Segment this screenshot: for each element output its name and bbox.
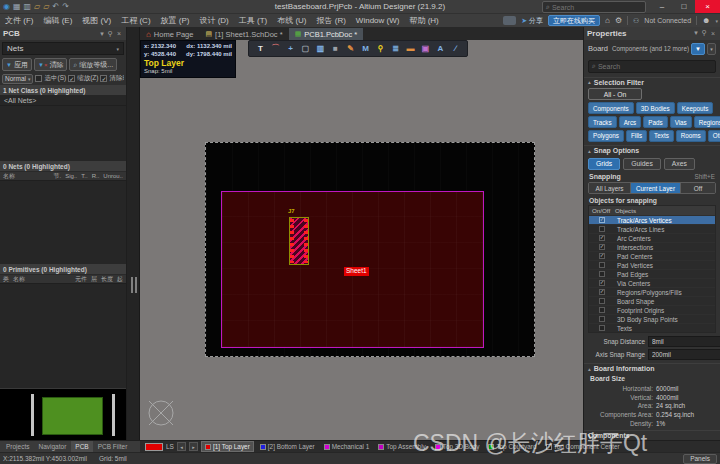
clear-existing-checkbox[interactable]: ✓	[100, 75, 107, 82]
nets-list[interactable]	[0, 180, 126, 264]
global-search-box[interactable]: ⌕	[542, 1, 646, 13]
minimize-button[interactable]: –	[651, 0, 673, 13]
open-project-icon[interactable]: ▱	[43, 3, 49, 11]
chevron-down-icon[interactable]: ▾	[715, 18, 718, 24]
redo-icon[interactable]: ↷	[62, 3, 69, 11]
layer-tab-top-layer[interactable]: [1] Top Layer	[201, 441, 254, 452]
chip-regions[interactable]: Regions	[694, 116, 720, 128]
chip-components[interactable]: Components	[588, 102, 634, 114]
share-button[interactable]: ➤ 分享	[521, 16, 543, 26]
checkbox[interactable]	[599, 226, 605, 232]
open-folder-icon[interactable]: ▱	[34, 3, 40, 11]
panel-splitter[interactable]	[127, 27, 140, 440]
pcb-canvas[interactable]: x: 2132.340dx: 1132.340 mil y: 4528.440d…	[140, 40, 583, 440]
arc-tool-icon[interactable]: ⌒	[268, 45, 283, 53]
menu-window[interactable]: Window (W)	[351, 16, 405, 25]
close-icon[interactable]: ×	[709, 30, 717, 37]
section-snap-options[interactable]: ▴ Snap Options	[584, 145, 720, 156]
component-tool-icon[interactable]: ▬	[403, 45, 418, 53]
global-search-input[interactable]	[552, 4, 642, 11]
layer-next-icon[interactable]: ▸	[189, 442, 198, 451]
not-connected-status[interactable]: Not Connected	[644, 17, 691, 24]
snap-row[interactable]: ✓Via Centers	[589, 278, 715, 287]
all-on-button[interactable]: All - On	[588, 88, 642, 100]
all-layers-segment[interactable]: All Layers	[589, 183, 631, 193]
tab-navigator[interactable]: Navigator	[34, 441, 70, 452]
checkbox[interactable]	[599, 316, 605, 322]
text-tool-icon[interactable]: T	[253, 45, 268, 53]
chip-fills[interactable]: Fills	[626, 130, 647, 142]
tab-pcb-filter[interactable]: PCB Filter	[94, 441, 132, 452]
chevron-down-icon[interactable]: ▾	[707, 43, 716, 55]
save-all-icon[interactable]: ▥	[24, 3, 32, 11]
layer-stack-icon[interactable]: ≣	[388, 45, 403, 53]
snap-row[interactable]: ✓Arc Centers	[589, 233, 715, 242]
menu-edit[interactable]: 编辑 (E)	[38, 15, 77, 26]
active-layer-swatch[interactable]	[145, 443, 163, 451]
board-region[interactable]: J7 Sheet1	[221, 191, 484, 348]
primitives-list[interactable]	[0, 283, 126, 388]
gear-icon[interactable]: ⚙	[615, 16, 622, 25]
properties-search-box[interactable]: ⌕	[588, 60, 716, 73]
board-outline[interactable]: J7 Sheet1	[205, 142, 535, 357]
axis-snap-range-input[interactable]	[652, 351, 720, 358]
chip-polygons[interactable]: Polygons	[588, 130, 624, 142]
checkbox[interactable]	[599, 325, 605, 331]
snap-distance-input[interactable]	[652, 338, 720, 345]
snap-row[interactable]: Pad Vertices	[589, 260, 715, 269]
via-stack-icon[interactable]: ▥	[313, 45, 328, 53]
primitives-column-headers[interactable]: 类 名称 元件 层 长度 起	[0, 274, 126, 283]
axis-snap-range-field[interactable]	[648, 349, 720, 360]
layer-set-label[interactable]: LS	[166, 443, 174, 450]
checkbox[interactable]: ✓	[599, 244, 605, 250]
menu-help[interactable]: 帮助 (H)	[404, 15, 443, 26]
chip-texts[interactable]: Texts	[649, 130, 674, 142]
chip-rooms[interactable]: Rooms	[676, 130, 706, 142]
snap-row[interactable]: Board Shape	[589, 296, 715, 305]
room-tool-icon[interactable]: ▣	[418, 45, 433, 53]
tab-home-page[interactable]: ⌂ Home Page	[140, 28, 199, 40]
comment-icon[interactable]	[503, 16, 516, 25]
menu-design[interactable]: 设计 (D)	[194, 15, 233, 26]
snap-row[interactable]: Texts	[589, 323, 715, 332]
snap-row[interactable]: 3D Body Snap Points	[589, 314, 715, 323]
buy-online-button[interactable]: 立即在线购买	[548, 15, 600, 26]
checkbox[interactable]	[599, 298, 605, 304]
menu-place[interactable]: 放置 (P)	[156, 15, 195, 26]
chevron-down-icon[interactable]: ▾	[692, 29, 700, 37]
maximize-button[interactable]: □	[673, 0, 695, 13]
layer-tab-top-courtyard[interactable]: Top Courtyard	[485, 441, 539, 452]
chip-tracks[interactable]: Tracks	[588, 116, 617, 128]
filter-icon[interactable]: ▼	[691, 43, 705, 55]
tab-pcb[interactable]: PCB	[71, 441, 92, 452]
grids-button[interactable]: Grids	[588, 158, 620, 170]
layer-tab-top-3d-body[interactable]: Top 3D Body	[432, 441, 483, 452]
browse-mode-dropdown[interactable]: Nets ▾	[2, 42, 124, 55]
clear-button[interactable]: ▼× 清除	[34, 58, 67, 71]
pad-tool-icon[interactable]: +	[283, 45, 298, 53]
snap-row[interactable]: ✓Regions/Polygons/Fills	[589, 287, 715, 296]
nets-column-headers[interactable]: 名称 节. Sig.. T.. R.. Unrou..	[0, 171, 126, 180]
checkbox[interactable]	[599, 262, 605, 268]
component-j7-footprint[interactable]	[289, 217, 309, 265]
undo-icon[interactable]: ↶	[52, 3, 59, 11]
minimap-handle-left[interactable]	[31, 394, 34, 436]
snap-row[interactable]: ✓Intersections	[589, 242, 715, 251]
components-section-header[interactable]: Components	[584, 430, 720, 440]
snap-row[interactable]: ✓Pad Centers	[589, 251, 715, 260]
snap-row[interactable]: Track/Arcs Lines	[589, 224, 715, 233]
current-layer-segment[interactable]: Current Layer	[631, 183, 681, 193]
select-checkbox[interactable]	[35, 75, 42, 82]
menu-file[interactable]: 文件 (F)	[0, 15, 38, 26]
display-mode-dropdown[interactable]: Normal▾	[2, 74, 33, 84]
tab-pcb1-pcbdoc[interactable]: ▦ PCB1.PcbDoc *	[289, 28, 364, 40]
menu-route[interactable]: 布线 (U)	[272, 15, 311, 26]
chip-other[interactable]: Other	[708, 130, 720, 142]
panels-button[interactable]: Panels	[683, 454, 717, 464]
chip-vias[interactable]: Vias	[670, 116, 692, 128]
pin-icon[interactable]: ⚲	[700, 29, 709, 37]
altium-logo-icon[interactable]: ◉	[3, 3, 10, 11]
layer-tab-bottom-layer[interactable]: [2] Bottom Layer	[257, 441, 318, 452]
close-button[interactable]: ×	[695, 0, 720, 13]
room-label[interactable]: Sheet1	[344, 267, 369, 276]
